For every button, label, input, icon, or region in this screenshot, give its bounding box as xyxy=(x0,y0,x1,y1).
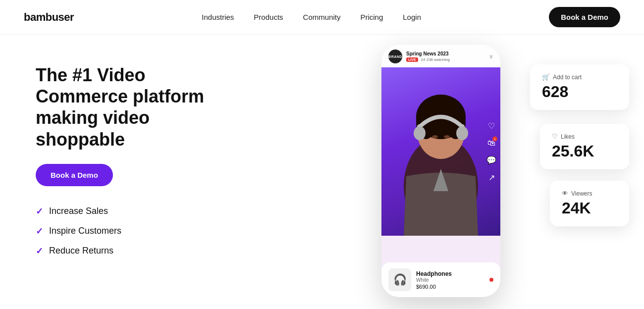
nav-community[interactable]: Community xyxy=(303,13,341,21)
nav-login[interactable]: Login xyxy=(403,13,421,21)
stat-card-viewers: 👁 Viewers 24K xyxy=(550,181,629,226)
brand-circle: BRAND xyxy=(388,50,402,63)
nav-industries[interactable]: Industries xyxy=(202,13,234,21)
share-icon[interactable]: ↗ xyxy=(488,173,495,182)
check-icon-3: ✓ xyxy=(36,246,43,257)
navbar: bambuser Industries Products Community P… xyxy=(0,0,644,35)
phone-top-bar: BRAND Spring News 2023 LIVE 24 236 watch… xyxy=(381,45,500,67)
logo: bambuser xyxy=(24,11,74,24)
nav-links: Industries Products Community Pricing Lo… xyxy=(202,13,421,21)
product-info: Headphones White $690.00 xyxy=(416,270,484,290)
heart-icon-stat: ♡ xyxy=(552,133,558,140)
likes-label: Likes xyxy=(561,133,575,140)
svg-point-9 xyxy=(432,135,438,138)
likes-value: 25.6K xyxy=(552,142,617,160)
viewers-value: 24K xyxy=(562,199,617,217)
cart-icon-stat: 🛒 xyxy=(542,73,550,81)
product-card: 🎧 Headphones White $690.00 xyxy=(381,262,500,297)
product-name: Headphones xyxy=(416,270,484,277)
phone-side-icons: ♡ 🛍 1 💬 ↗ xyxy=(486,121,496,182)
product-dot xyxy=(489,278,493,282)
add-to-cart-value: 628 xyxy=(542,83,617,101)
live-row: LIVE 24 236 watching xyxy=(406,57,450,62)
comment-icon[interactable]: 💬 xyxy=(486,155,496,165)
main-content: The #1 Video Commerce platform making vi… xyxy=(0,35,644,309)
watching-count: 24 236 watching xyxy=(421,57,450,62)
feature-item-1: ✓ Increase Sales xyxy=(36,206,214,217)
book-demo-button-hero[interactable]: Book a Demo xyxy=(36,164,113,186)
nav-pricing[interactable]: Pricing xyxy=(360,13,383,21)
stat-card-add-to-cart: 🛒 Add to cart 628 xyxy=(530,64,629,110)
likes-label-row: ♡ Likes xyxy=(552,133,617,140)
hero-right: BRAND Spring News 2023 LIVE 24 236 watch… xyxy=(238,35,644,309)
stat-card-likes: ♡ Likes 25.6K xyxy=(540,124,629,169)
feature-label-1: Increase Sales xyxy=(49,206,108,216)
book-demo-button-nav[interactable]: Book a Demo xyxy=(549,7,620,27)
stream-title: Spring News 2023 xyxy=(406,51,450,56)
feature-item-3: ✓ Reduce Returns xyxy=(36,246,214,257)
phone-stream-image: ♡ 🛍 1 💬 ↗ xyxy=(381,67,500,236)
feature-label-2: Inspire Customers xyxy=(49,226,121,236)
viewers-label: Viewers xyxy=(571,190,592,197)
cart-icon[interactable]: 🛍 1 xyxy=(487,139,495,148)
feature-list: ✓ Increase Sales ✓ Inspire Customers ✓ R… xyxy=(36,206,214,257)
cart-badge: 1 xyxy=(492,137,497,142)
product-price: $690.00 xyxy=(416,284,484,290)
stream-info: Spring News 2023 LIVE 24 236 watching xyxy=(406,51,450,62)
feature-label-3: Reduce Returns xyxy=(49,246,113,256)
svg-point-7 xyxy=(414,126,426,140)
check-icon-2: ✓ xyxy=(36,226,43,237)
eye-icon: 👁 xyxy=(562,190,568,197)
hero-left: The #1 Video Commerce platform making vi… xyxy=(0,35,238,309)
svg-point-8 xyxy=(456,126,468,140)
person-illustration xyxy=(391,77,490,236)
feature-item-2: ✓ Inspire Customers xyxy=(36,226,214,237)
check-icon-1: ✓ xyxy=(36,206,43,217)
phone-frame: BRAND Spring News 2023 LIVE 24 236 watch… xyxy=(381,45,500,297)
add-to-cart-label-row: 🛒 Add to cart xyxy=(542,73,617,81)
nav-products[interactable]: Products xyxy=(254,13,283,21)
brand-badge: BRAND Spring News 2023 LIVE 24 236 watch… xyxy=(388,50,450,63)
add-to-cart-label: Add to cart xyxy=(553,74,582,81)
chevron-down-icon[interactable]: ∨ xyxy=(489,53,493,60)
hero-headline: The #1 Video Commerce platform making vi… xyxy=(36,64,214,150)
live-badge: LIVE xyxy=(406,57,418,62)
heart-icon[interactable]: ♡ xyxy=(488,121,495,131)
svg-point-10 xyxy=(444,135,450,138)
viewers-label-row: 👁 Viewers xyxy=(562,190,617,197)
product-variant: White xyxy=(416,277,484,283)
headphones-image: 🎧 xyxy=(388,268,411,291)
